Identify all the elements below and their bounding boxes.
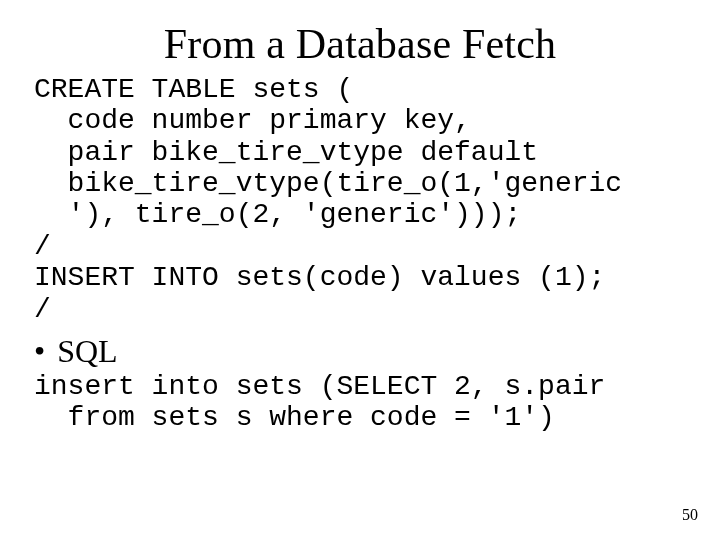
slide-title: From a Database Fetch <box>34 20 686 68</box>
code-line: / <box>34 294 51 325</box>
page-number: 50 <box>682 506 698 524</box>
code-line: from sets s where code = '1') <box>34 402 555 433</box>
code-line: CREATE TABLE sets ( <box>34 74 353 105</box>
code-block-insert: insert into sets (SELECT 2, s.pair from … <box>34 371 686 434</box>
bullet-dot-icon: • <box>34 335 45 367</box>
code-line: / <box>34 231 51 262</box>
code-line: '), tire_o(2, 'generic'))); <box>34 199 521 230</box>
code-line: pair bike_tire_vtype default <box>34 137 538 168</box>
bullet-item-sql: • SQL <box>34 335 686 367</box>
code-block-create: CREATE TABLE sets ( code number primary … <box>34 74 686 325</box>
code-line: insert into sets (SELECT 2, s.pair <box>34 371 605 402</box>
code-line: INSERT INTO sets(code) values (1); <box>34 262 605 293</box>
code-line: code number primary key, <box>34 105 471 136</box>
bullet-label: SQL <box>57 335 117 367</box>
slide: From a Database Fetch CREATE TABLE sets … <box>0 0 720 540</box>
code-line: bike_tire_vtype(tire_o(1,'generic <box>34 168 622 199</box>
